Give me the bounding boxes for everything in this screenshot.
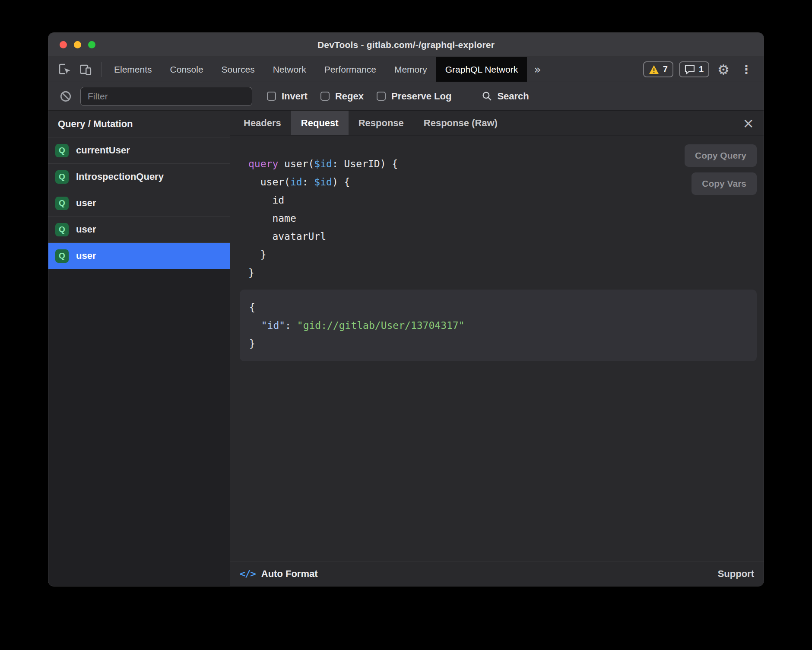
code-token: : bbox=[302, 176, 314, 188]
warnings-badge[interactable]: 7 bbox=[643, 61, 673, 77]
list-item-user-4[interactable]: Quser bbox=[48, 243, 230, 269]
request-body: query user($id: UserID) { user(id: $id) … bbox=[230, 136, 764, 561]
query-badge: Q bbox=[55, 144, 69, 157]
query-badge: Q bbox=[55, 170, 69, 184]
checkbox-label: Invert bbox=[282, 91, 308, 102]
code-token bbox=[249, 320, 261, 331]
kebab-menu-icon: ⋮ bbox=[741, 63, 752, 76]
checkbox-preserve-log[interactable]: Preserve Log bbox=[377, 91, 451, 102]
code-token: } bbox=[248, 267, 254, 278]
list-item-label: currentUser bbox=[76, 145, 130, 156]
tab-elements[interactable]: Elements bbox=[105, 57, 161, 82]
code-line: query user($id: UserID) { bbox=[248, 155, 757, 173]
clear-button[interactable] bbox=[57, 88, 74, 105]
tab-headers[interactable]: Headers bbox=[234, 111, 291, 135]
issues-badge[interactable]: 1 bbox=[679, 61, 709, 77]
code-line: id bbox=[248, 191, 757, 209]
list-item-label: user bbox=[76, 224, 96, 235]
tab-console[interactable]: Console bbox=[161, 57, 213, 82]
checkbox-label: Regex bbox=[335, 91, 364, 102]
code-token: : bbox=[285, 320, 297, 331]
inspect-element-button[interactable] bbox=[56, 61, 73, 78]
devtools-tab-strip: ElementsConsoleSourcesNetworkPerformance… bbox=[105, 57, 527, 82]
code-line: "id": "gid://gitlab/User/13704317" bbox=[249, 316, 757, 335]
devtools-toolbar: ElementsConsoleSourcesNetworkPerformance… bbox=[48, 57, 764, 82]
tab-network[interactable]: Network bbox=[264, 57, 315, 82]
query-sidebar: Query / Mutation QcurrentUserQIntrospect… bbox=[48, 111, 230, 586]
list-item-label: IntrospectionQuery bbox=[76, 171, 164, 182]
auto-format-button[interactable]: Auto Format bbox=[261, 568, 318, 580]
code-token: "id" bbox=[261, 320, 285, 331]
code-token: "gid://gitlab/User/13704317" bbox=[297, 320, 465, 331]
window-title: DevTools - gitlab.com/-/graphql-explorer bbox=[317, 40, 495, 50]
toolbar-divider bbox=[101, 62, 102, 77]
issues-count: 1 bbox=[699, 64, 704, 74]
panel-footer: </> Auto Format Support bbox=[230, 561, 764, 586]
checkbox-box bbox=[377, 92, 386, 101]
list-item-user-2[interactable]: Quser bbox=[48, 190, 230, 217]
checkbox-box bbox=[320, 92, 330, 101]
filter-bar: InvertRegexPreserve Log Search bbox=[48, 82, 764, 111]
copy-query-button[interactable]: Copy Query bbox=[685, 144, 757, 167]
variables-code: { "id": "gid://gitlab/User/13704317"} bbox=[249, 298, 757, 353]
tab-sources[interactable]: Sources bbox=[213, 57, 264, 82]
code-token: ) { bbox=[332, 176, 350, 188]
code-line: avatarUrl bbox=[248, 227, 757, 245]
checkbox-label: Preserve Log bbox=[391, 91, 451, 102]
settings-button[interactable]: ⚙ bbox=[715, 61, 732, 78]
tab-response-raw[interactable]: Response (Raw) bbox=[414, 111, 508, 135]
code-token: $id bbox=[314, 176, 332, 188]
copy-vars-button[interactable]: Copy Vars bbox=[691, 172, 757, 195]
device-toolbar-icon bbox=[79, 63, 92, 76]
request-panel: HeadersRequestResponseResponse (Raw)× qu… bbox=[230, 111, 764, 586]
code-token: user( bbox=[248, 176, 290, 188]
code-token: avatarUrl bbox=[248, 231, 326, 242]
code-token: id bbox=[248, 194, 284, 206]
warning-triangle-icon bbox=[649, 65, 659, 74]
tab-performance[interactable]: Performance bbox=[315, 57, 385, 82]
list-item-introspectionquery-1[interactable]: QIntrospectionQuery bbox=[48, 164, 230, 190]
search-button[interactable]: Search bbox=[482, 91, 529, 102]
checkbox-group: InvertRegexPreserve Log bbox=[267, 91, 464, 102]
zoom-window-button[interactable] bbox=[88, 41, 95, 48]
code-token: $id bbox=[314, 158, 332, 169]
sidebar-header: Query / Mutation bbox=[48, 111, 230, 137]
tab-response[interactable]: Response bbox=[349, 111, 414, 135]
code-token: id bbox=[290, 176, 302, 188]
code-token: } bbox=[248, 249, 266, 260]
traffic-lights bbox=[60, 41, 95, 48]
query-code: query user($id: UserID) { user(id: $id) … bbox=[248, 155, 757, 282]
code-line: user(id: $id) { bbox=[248, 173, 757, 191]
copy-buttons: Copy Query Copy Vars bbox=[685, 144, 757, 195]
close-icon[interactable]: × bbox=[742, 116, 754, 130]
query-badge: Q bbox=[55, 249, 69, 263]
code-token: name bbox=[248, 213, 296, 224]
toolbar-right-cluster: 7 1 ⚙ ⋮ bbox=[643, 57, 764, 82]
support-link[interactable]: Support bbox=[718, 568, 754, 580]
code-line: { bbox=[249, 298, 757, 316]
tab-memory[interactable]: Memory bbox=[385, 57, 436, 82]
code-line: name bbox=[248, 209, 757, 227]
list-item-label: user bbox=[76, 198, 96, 209]
code-line: } bbox=[248, 245, 757, 264]
code-token: } bbox=[249, 338, 255, 349]
list-item-currentuser-0[interactable]: QcurrentUser bbox=[48, 137, 230, 164]
tab-graphql-network[interactable]: GraphQL Network bbox=[436, 57, 527, 82]
code-brackets-icon: </> bbox=[240, 568, 256, 579]
variables-box: { "id": "gid://gitlab/User/13704317"} bbox=[240, 290, 757, 361]
list-item-user-3[interactable]: Quser bbox=[48, 217, 230, 243]
gear-icon: ⚙ bbox=[717, 62, 730, 77]
close-window-button[interactable] bbox=[60, 41, 67, 48]
filter-input[interactable] bbox=[80, 87, 252, 106]
checkbox-regex[interactable]: Regex bbox=[320, 91, 364, 102]
device-toolbar-button[interactable] bbox=[77, 61, 94, 78]
tab-request[interactable]: Request bbox=[291, 111, 349, 135]
checkbox-invert[interactable]: Invert bbox=[267, 91, 308, 102]
list-item-label: user bbox=[76, 250, 96, 261]
inspect-cursor-icon bbox=[58, 63, 72, 76]
menu-button[interactable]: ⋮ bbox=[738, 61, 755, 78]
search-label: Search bbox=[497, 91, 529, 102]
minimize-window-button[interactable] bbox=[74, 41, 81, 48]
more-tabs-button[interactable]: » bbox=[527, 57, 548, 82]
code-line: } bbox=[248, 264, 757, 282]
